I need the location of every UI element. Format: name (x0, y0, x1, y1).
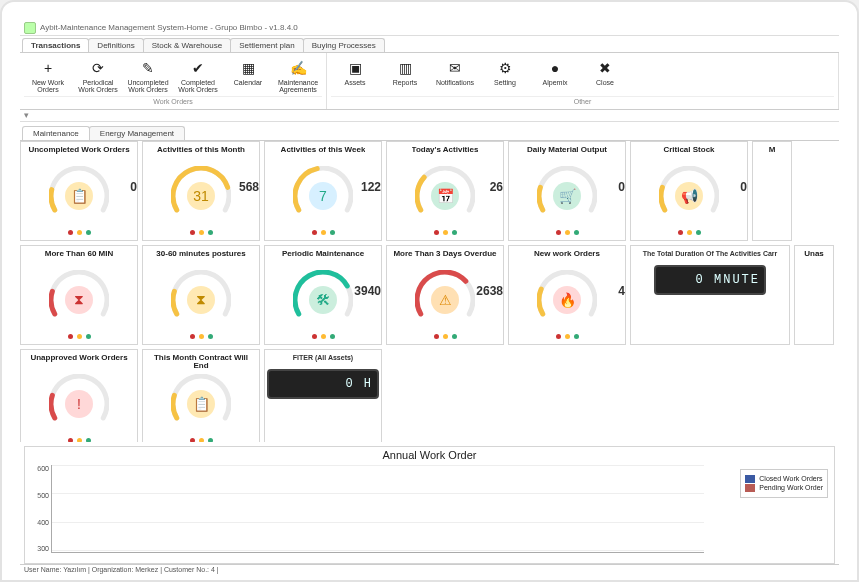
gauge: 31568 (171, 166, 231, 226)
chart-y-axis: 600500400300 (25, 463, 51, 563)
card-title: This Month Contract Will End (147, 354, 255, 372)
gauge: 📋 (171, 374, 231, 434)
card-title: Activities of this Week (281, 146, 366, 164)
ribbon-button[interactable]: ✎Uncompleted Work Orders (124, 55, 172, 96)
kpi-card-lcd[interactable]: FITER (All Assets)0 H (264, 349, 382, 442)
kpi-card[interactable]: More Than 60 MIN⧗ (20, 245, 138, 345)
ribbon-icon: ✎ (138, 58, 158, 78)
card-title: The Total Duration Of The Activities Car… (643, 250, 778, 257)
ribbon-label: Calendar (234, 79, 262, 86)
gauge: 🛠3940 (293, 270, 353, 330)
ribbon-button[interactable]: ✖Close (581, 55, 629, 96)
card-indicators (312, 334, 335, 339)
ribbon-tab[interactable]: Settlement plan (230, 38, 304, 52)
kpi-card[interactable]: Today's Activities📅26 (386, 141, 504, 241)
ribbon-label: Uncompleted Work Orders (125, 79, 171, 93)
card-title: Today's Activities (412, 146, 479, 164)
ribbon-label: Assets (344, 79, 365, 86)
ribbon-button[interactable]: ✍Maintenance Agreements (274, 55, 322, 96)
card-indicators (190, 334, 213, 339)
gauge: 7122 (293, 166, 353, 226)
ribbon-collapse-row[interactable]: ▾ (20, 110, 839, 123)
ribbon-button[interactable]: +New Work Orders (24, 55, 72, 96)
kpi-card[interactable]: This Month Contract Will End📋 (142, 349, 260, 442)
kpi-card[interactable]: 30-60 minutes postures⧗ (142, 245, 260, 345)
ribbon-icon: ✉ (445, 58, 465, 78)
card-value: 3940 (354, 284, 381, 298)
card-title: More Than 3 Days Overdue (393, 250, 496, 268)
kpi-card-lcd[interactable]: The Total Duration Of The Activities Car… (630, 245, 790, 345)
card-indicators (434, 230, 457, 235)
ribbon-icon: ▣ (345, 58, 365, 78)
kpi-card[interactable]: Unapproved Work Orders! (20, 349, 138, 442)
gauge: ⧗ (171, 270, 231, 330)
ribbon-group-work-orders: +New Work Orders⟳Periodical Work Orders✎… (20, 53, 327, 109)
kpi-card-partial: M (752, 141, 792, 241)
chart-plot (51, 465, 704, 553)
chart-legend: Closed Work OrdersPending Work Order (740, 469, 828, 498)
card-title: FITER (All Assets) (293, 354, 353, 361)
card-value: 26 (490, 180, 503, 194)
ribbon-tab[interactable]: Stock & Warehouse (143, 38, 231, 52)
card-value: 568 (239, 180, 259, 194)
laptop-frame: Aybit-Maintenance Management System-Home… (0, 0, 859, 582)
dashboard-tab[interactable]: Maintenance (22, 126, 90, 140)
kpi-card[interactable]: Critical Stock📢0 (630, 141, 748, 241)
lcd-display: 0 MNUTE (654, 265, 766, 295)
ribbon-group-title: Work Orders (24, 96, 322, 107)
ribbon: +New Work Orders⟳Periodical Work Orders✎… (20, 53, 839, 110)
ribbon-tab[interactable]: Transactions (22, 38, 89, 52)
dashboard-tab[interactable]: Energy Management (89, 126, 185, 140)
ribbon-button[interactable]: ✔Completed Work Orders (174, 55, 222, 96)
ribbon-icon: ✔ (188, 58, 208, 78)
kpi-card-partial: Unas (794, 245, 834, 345)
kpi-card[interactable]: Daily Material Output🛒0 (508, 141, 626, 241)
app-logo-icon (24, 22, 36, 34)
dashboard-tabs: MaintenanceEnergy Management (20, 122, 839, 140)
card-value: 0 (618, 180, 625, 194)
legend-item: Pending Work Order (745, 484, 823, 492)
kpi-card[interactable]: More Than 3 Days Overdue⚠2638 (386, 245, 504, 345)
card-row-2: More Than 60 MIN⧗30-60 minutes postures⧗… (20, 245, 839, 349)
card-title: New work Orders (534, 250, 600, 268)
card-title: Daily Material Output (527, 146, 607, 164)
app-screen: Aybit-Maintenance Management System-Home… (20, 20, 839, 580)
kpi-card[interactable]: Activities of this Week7122 (264, 141, 382, 241)
card-indicators (556, 334, 579, 339)
ribbon-button[interactable]: ●Alpemix (531, 55, 579, 96)
card-title: Uncompleted Work Orders (28, 146, 129, 164)
kpi-card[interactable]: Uncompleted Work Orders📋0 (20, 141, 138, 241)
ribbon-button[interactable]: ⟳Periodical Work Orders (74, 55, 122, 96)
ribbon-button[interactable]: ▣Assets (331, 55, 379, 96)
ribbon-tab[interactable]: Definitions (88, 38, 143, 52)
gauge: ⚠2638 (415, 270, 475, 330)
ribbon-button[interactable]: ▥Reports (381, 55, 429, 96)
card-value: 122 (361, 180, 381, 194)
ribbon-button[interactable]: ▦Calendar (224, 55, 272, 96)
ribbon-icon: ✍ (288, 58, 308, 78)
card-title: Unas (804, 250, 824, 268)
gauge: ⧗ (49, 270, 109, 330)
lcd-display: 0 H (267, 369, 379, 399)
legend-item: Closed Work Orders (745, 475, 823, 483)
ribbon-group-other: ▣Assets▥Reports✉Notifications⚙Setting●Al… (327, 53, 839, 109)
card-indicators (68, 438, 91, 442)
ribbon-button[interactable]: ⚙Setting (481, 55, 529, 96)
gauge: 📅26 (415, 166, 475, 226)
kpi-card[interactable]: Periodic Maintenance🛠3940 (264, 245, 382, 345)
gauge: 📋0 (49, 166, 109, 226)
card-value: 0 (130, 180, 137, 194)
ribbon-button[interactable]: ✉Notifications (431, 55, 479, 96)
window-title: Aybit-Maintenance Management System-Home… (40, 23, 298, 32)
kpi-card[interactable]: Activities of this Month31568 (142, 141, 260, 241)
kpi-card[interactable]: New work Orders🔥4 (508, 245, 626, 345)
card-title: More Than 60 MIN (45, 250, 113, 268)
ribbon-label: Notifications (436, 79, 474, 86)
ribbon-label: Completed Work Orders (175, 79, 221, 93)
ribbon-tab[interactable]: Buying Processes (303, 38, 385, 52)
card-title: M (769, 146, 776, 164)
card-indicators (556, 230, 579, 235)
gauge: 🛒0 (537, 166, 597, 226)
card-row-1: Uncompleted Work Orders📋0Activities of t… (20, 141, 839, 245)
gauge: 📢0 (659, 166, 719, 226)
